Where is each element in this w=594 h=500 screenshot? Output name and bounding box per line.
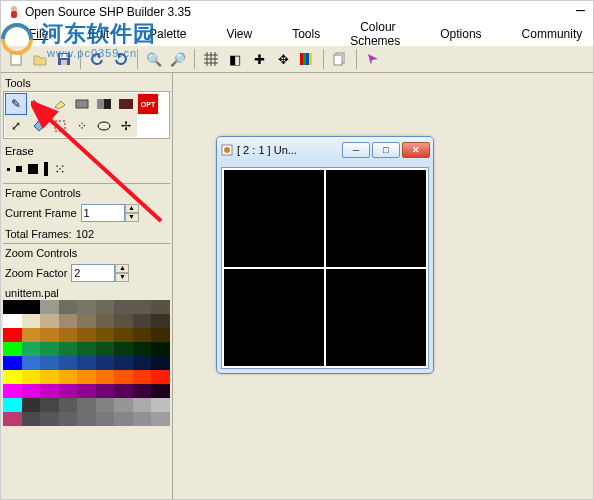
erase-size-2[interactable] [16,166,22,172]
palette-swatch[interactable] [77,314,96,328]
palette-swatch[interactable] [22,412,41,426]
palette-swatch[interactable] [3,342,22,356]
palette-swatch[interactable] [59,412,78,426]
canvas-area[interactable] [221,167,429,369]
move-tool[interactable]: ✢ [115,115,137,137]
palette-swatch[interactable] [133,370,152,384]
menu-palette[interactable]: Palette [129,25,206,43]
palette-swatch[interactable] [96,328,115,342]
fill-tool[interactable] [27,115,49,137]
palette-swatch[interactable] [133,412,152,426]
zoom-out-button[interactable]: 🔎 [167,48,189,70]
darken-tool[interactable] [115,93,137,115]
menu-options[interactable]: Options [420,25,501,43]
palette-swatch[interactable] [114,328,133,342]
palette-swatch[interactable] [22,398,41,412]
palette-swatch[interactable] [22,370,41,384]
palette-swatch[interactable] [3,370,22,384]
palette-swatch[interactable] [77,384,96,398]
undo-button[interactable] [86,48,108,70]
palette-swatch[interactable] [133,356,152,370]
palette-swatch[interactable] [3,300,22,314]
zoom-in-button[interactable]: 🔍 [143,48,165,70]
options-tool[interactable]: OPT [137,93,159,115]
redo-button[interactable] [110,48,132,70]
palette-swatch[interactable] [151,342,170,356]
canvas-quadrant[interactable] [224,170,324,267]
menu-tools[interactable]: Tools [272,25,340,43]
child-window[interactable]: [ 2 : 1 ] Un... ─ □ ✕ [216,136,434,374]
canvas-quadrant[interactable] [224,269,324,366]
erase-tool[interactable] [49,93,71,115]
palette-swatch[interactable] [3,412,22,426]
spray-tool[interactable]: ⁘ [71,115,93,137]
palette-swatch[interactable] [3,384,22,398]
menu-community[interactable]: Community [502,25,594,43]
menu-colour-schemes[interactable]: Colour Schemes [340,18,420,50]
child-close-button[interactable]: ✕ [402,142,430,158]
menu-edit[interactable]: Edit [68,25,129,43]
palette-swatch[interactable] [40,342,59,356]
palette-swatch[interactable] [151,370,170,384]
spin-down-icon[interactable]: ▼ [115,273,129,282]
palette-swatch[interactable] [96,300,115,314]
zoom-factor-spinner[interactable]: ▲▼ [71,264,129,282]
preview-button[interactable]: ◧ [224,48,246,70]
palette-swatch[interactable] [40,384,59,398]
palette-swatch[interactable] [22,342,41,356]
spin-up-icon[interactable]: ▲ [115,264,129,273]
spin-up-icon[interactable]: ▲ [125,204,139,213]
palette-swatch[interactable] [40,356,59,370]
palette-swatch[interactable] [151,328,170,342]
erase-size-4[interactable] [44,162,48,176]
palette-swatch[interactable] [59,300,78,314]
crop-tool[interactable] [49,115,71,137]
palette-swatch[interactable] [59,314,78,328]
palette-swatch[interactable] [151,384,170,398]
palette-swatch[interactable] [22,300,41,314]
rect-tool[interactable] [71,93,93,115]
palette-swatch[interactable] [77,342,96,356]
palette-swatch[interactable] [96,412,115,426]
palette-swatch[interactable] [96,314,115,328]
palette-swatch[interactable] [77,328,96,342]
palette-swatch[interactable] [77,370,96,384]
palette-button[interactable] [296,48,318,70]
color-palette[interactable] [3,300,170,497]
palette-swatch[interactable] [59,370,78,384]
palette-swatch[interactable] [133,342,152,356]
palette-swatch[interactable] [114,412,133,426]
gradient-tool[interactable] [93,93,115,115]
palette-swatch[interactable] [40,370,59,384]
help-button[interactable] [362,48,384,70]
palette-swatch[interactable] [22,314,41,328]
palette-swatch[interactable] [59,398,78,412]
palette-swatch[interactable] [96,342,115,356]
palette-swatch[interactable] [59,356,78,370]
palette-swatch[interactable] [77,412,96,426]
palette-swatch[interactable] [151,356,170,370]
palette-swatch[interactable] [114,314,133,328]
spin-down-icon[interactable]: ▼ [125,213,139,222]
current-frame-spinner[interactable]: ▲▼ [81,204,139,222]
palette-swatch[interactable] [3,314,22,328]
palette-swatch[interactable] [114,384,133,398]
palette-swatch[interactable] [114,356,133,370]
palette-swatch[interactable] [114,300,133,314]
compass-button[interactable]: ✥ [272,48,294,70]
zoom-factor-input[interactable] [71,264,115,282]
palette-swatch[interactable] [40,412,59,426]
palette-swatch[interactable] [96,398,115,412]
erase-spray[interactable]: ⁙ [54,161,66,177]
palette-swatch[interactable] [40,328,59,342]
window-minimize-button[interactable]: – [576,1,585,19]
copy-button[interactable] [329,48,351,70]
palette-swatch[interactable] [151,412,170,426]
palette-swatch[interactable] [59,342,78,356]
palette-swatch[interactable] [133,328,152,342]
dropper-tool[interactable]: ⤢ [5,115,27,137]
palette-swatch[interactable] [59,328,78,342]
canvas-quadrant[interactable] [326,170,426,267]
save-button[interactable] [53,48,75,70]
palette-swatch[interactable] [151,300,170,314]
